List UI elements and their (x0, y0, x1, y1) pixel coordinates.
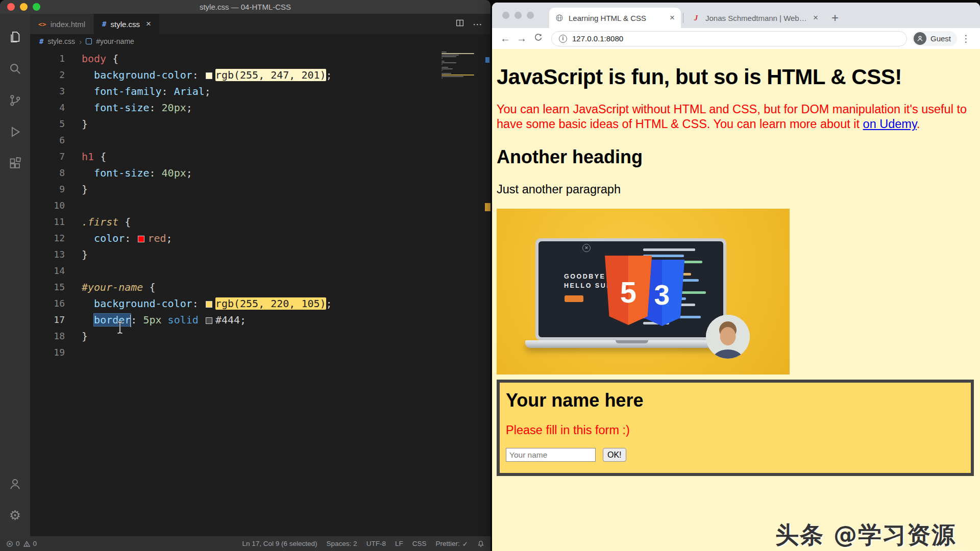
code-token (82, 297, 94, 310)
css-rule-symbol-icon (86, 38, 92, 44)
line-number: 18 (30, 328, 65, 344)
code-token: { (118, 216, 131, 228)
minimap-line (442, 68, 453, 69)
errors-indicator[interactable]: 0 (6, 540, 20, 547)
window-title: style.css — 04-HTML-CSS (200, 3, 291, 11)
prettier-status[interactable]: Prettier: ✓ (435, 540, 468, 548)
css-file-icon: # (39, 37, 43, 45)
settings-gear-icon[interactable]: ⚙ (0, 499, 30, 531)
profile-button[interactable]: Guest (912, 31, 957, 46)
code-line[interactable]: 13} (30, 246, 491, 263)
new-tab-button[interactable]: + (831, 11, 839, 25)
code-token: } (82, 330, 88, 342)
close-tab-icon[interactable]: × (146, 19, 151, 29)
breadcrumb-file[interactable]: style.css (47, 37, 75, 45)
code-token: ; (240, 314, 246, 326)
code-token: 20px (162, 102, 186, 114)
vscode-titlebar: style.css — 04-HTML-CSS (0, 0, 491, 14)
source-control-icon[interactable] (0, 84, 30, 116)
close-window-button[interactable] (7, 3, 15, 11)
code-token: h1 (82, 151, 94, 163)
code-line[interactable]: 10 (30, 197, 491, 214)
chevron-right-icon: › (79, 37, 82, 46)
ok-button[interactable]: OK! (603, 448, 626, 462)
site-info-icon[interactable]: i (559, 35, 567, 43)
eol-sequence[interactable]: LF (395, 540, 403, 547)
code-line[interactable]: 5} (30, 116, 491, 132)
code-token: solid (168, 314, 199, 326)
breadcrumb-symbol[interactable]: #your-name (96, 37, 134, 45)
code-lines: 1body {2 background-color: rgb(255, 247,… (30, 51, 491, 361)
line-number: 14 (30, 263, 65, 279)
more-actions-icon[interactable]: ⋯ (473, 18, 482, 30)
code-token (82, 232, 94, 244)
cursor-position[interactable]: Ln 17, Col 9 (6 selected) (242, 540, 317, 547)
code-line[interactable]: 14 (30, 263, 491, 279)
code-line[interactable]: 18} (30, 328, 491, 344)
line-number: 3 (30, 83, 65, 99)
account-icon[interactable] (0, 468, 30, 499)
code-line[interactable]: 1body { (30, 51, 491, 67)
reload-button[interactable] (530, 33, 546, 45)
sub-heading: Another heading (497, 146, 974, 168)
code-token: : (162, 85, 174, 97)
explorer-icon[interactable] (0, 21, 30, 53)
banner-text: GOODBYE (564, 273, 605, 280)
overview-ruler-marker (485, 203, 491, 211)
language-mode[interactable]: CSS (412, 540, 427, 547)
name-input[interactable] (506, 448, 596, 462)
zoom-window-button[interactable] (33, 3, 40, 11)
close-tab-icon[interactable]: × (813, 13, 818, 23)
line-number: 2 (30, 67, 65, 83)
code-token: background-color (94, 297, 192, 310)
code-line[interactable]: 6 (30, 132, 491, 148)
warnings-indicator[interactable]: 0 (23, 540, 37, 547)
code-line[interactable]: 9} (30, 181, 491, 197)
minimap-line (442, 56, 456, 57)
code-token: { (106, 53, 118, 65)
forward-button: → (513, 33, 530, 44)
code-line[interactable]: 8 font-size: 40px; (30, 165, 491, 181)
code-line[interactable]: 15#your-name { (30, 279, 491, 295)
encoding[interactable]: UTF-8 (366, 540, 386, 547)
browser-menu-icon[interactable]: ⋮ (957, 33, 975, 44)
tab-style-css[interactable]: # style.css × (94, 14, 159, 34)
back-button[interactable]: ← (497, 33, 513, 44)
extensions-icon[interactable] (0, 147, 30, 179)
search-icon[interactable] (0, 53, 30, 84)
code-line[interactable]: 16 background-color: rgb(255, 220, 105); (30, 295, 491, 312)
code-line[interactable]: 2 background-color: rgb(255, 247, 201); (30, 67, 491, 83)
split-editor-icon[interactable] (455, 18, 464, 30)
code-line[interactable]: 3 font-family: Arial; (30, 83, 491, 99)
form-heading: Your name here (506, 390, 965, 411)
code-editor[interactable]: 1body {2 background-color: rgb(255, 247,… (30, 48, 491, 536)
color-swatch (138, 236, 144, 242)
code-line[interactable]: 7h1 { (30, 148, 491, 165)
minimize-window-button[interactable] (20, 3, 28, 11)
indentation[interactable]: Spaces: 2 (327, 540, 357, 547)
code-token (82, 314, 94, 326)
code-token: { (143, 281, 155, 293)
run-debug-icon[interactable] (0, 116, 30, 147)
notifications-bell-icon[interactable] (477, 540, 484, 547)
close-tab-icon[interactable]: × (670, 13, 675, 23)
minimap[interactable] (442, 52, 481, 80)
code-line[interactable]: 11.first { (30, 214, 491, 230)
code-line[interactable]: 12 color: red; (30, 230, 491, 246)
zoom-window-button[interactable] (527, 12, 534, 19)
minimize-window-button[interactable] (514, 12, 522, 19)
breadcrumb[interactable]: # style.css › #your-name (30, 34, 491, 48)
browser-tab-active[interactable]: Learning HTML & CSS × (549, 8, 681, 28)
line-number: 15 (30, 279, 65, 295)
code-token: rgb(255, 247, 201) (215, 69, 326, 81)
code-line[interactable]: 17 border: 5px solid #444; (30, 312, 491, 328)
address-bar[interactable]: i 127.0.0.1:8080 (551, 31, 907, 46)
code-line[interactable]: 19 (30, 344, 491, 361)
tab-index-html[interactable]: <> index.html (30, 14, 94, 34)
code-line[interactable]: 4 font-size: 20px; (30, 99, 491, 116)
close-window-button[interactable] (502, 12, 509, 19)
udemy-link[interactable]: on Udemy (863, 117, 917, 131)
browser-tab-inactive[interactable]: J Jonas Schmedtmann | Web De × (685, 8, 824, 28)
code-token: : (192, 297, 205, 310)
code-token: ; (205, 85, 211, 97)
